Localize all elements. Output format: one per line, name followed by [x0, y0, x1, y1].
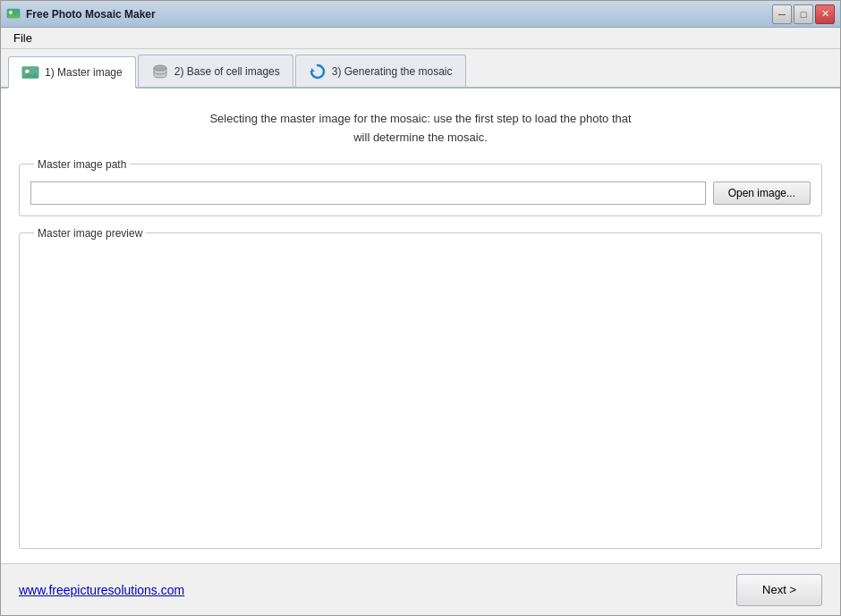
- path-row: Open image...: [30, 181, 811, 205]
- next-button[interactable]: Next >: [736, 574, 822, 606]
- title-bar-left: Free Photo Mosaic Maker: [6, 7, 156, 21]
- menu-bar: File: [1, 28, 840, 49]
- preview-legend: Master image preview: [34, 227, 146, 240]
- tab-generate-label: 3) Generating the mosaic: [332, 65, 453, 78]
- tab-master-image[interactable]: 1) Master image: [8, 56, 136, 89]
- minimize-button[interactable]: ─: [772, 4, 792, 24]
- tab-cell-label: 2) Base of cell images: [174, 65, 280, 78]
- preview-canvas: [30, 250, 811, 541]
- description-block: Selecting the master image for the mosai…: [19, 110, 822, 148]
- description-line2: will determine the mosaic.: [19, 129, 822, 148]
- app-window: Free Photo Mosaic Maker ─ □ ✕ File 1) Ma…: [0, 0, 841, 616]
- tab-cell-images[interactable]: 2) Base of cell images: [138, 55, 293, 87]
- window-title: Free Photo Mosaic Maker: [26, 8, 156, 21]
- restore-button[interactable]: □: [794, 4, 813, 24]
- app-icon: [6, 7, 21, 21]
- tab-generate[interactable]: 3) Generating the mosaic: [295, 55, 466, 87]
- svg-marker-7: [311, 68, 315, 72]
- window-controls: ─ □ ✕: [772, 4, 835, 24]
- open-image-button[interactable]: Open image...: [713, 181, 811, 205]
- website-link[interactable]: www.freepicturesolutions.com: [19, 583, 184, 597]
- master-image-path-group: Master image path Open image...: [19, 158, 822, 216]
- description-line1: Selecting the master image for the mosai…: [19, 110, 822, 129]
- database-icon: [151, 63, 169, 80]
- path-legend: Master image path: [34, 158, 130, 171]
- footer: www.freepicturesolutions.com Next >: [1, 563, 840, 615]
- content-area: Selecting the master image for the mosai…: [1, 89, 840, 563]
- master-image-preview-group: Master image preview: [19, 227, 822, 549]
- tab-master-label: 1) Master image: [45, 66, 123, 79]
- master-image-path-input[interactable]: [30, 181, 706, 205]
- close-button[interactable]: ✕: [815, 4, 835, 24]
- refresh-icon: [309, 63, 327, 80]
- tabs-bar: 1) Master image 2) Base of cell images 3…: [1, 49, 840, 89]
- file-menu[interactable]: File: [4, 30, 41, 46]
- master-image-icon: [21, 64, 39, 80]
- title-bar: Free Photo Mosaic Maker ─ □ ✕: [1, 1, 840, 28]
